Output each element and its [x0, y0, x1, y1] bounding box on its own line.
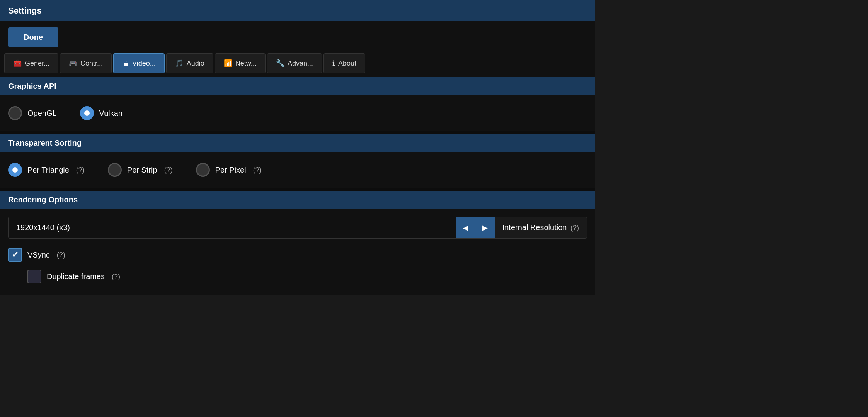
controls-icon: 🎮 — [69, 59, 77, 68]
radio-opengl[interactable]: OpenGL — [8, 106, 57, 120]
graphics-api-header: Graphics API — [0, 77, 595, 95]
resolution-next-button[interactable]: ▶ — [475, 217, 495, 238]
audio-icon: 🎵 — [175, 59, 184, 68]
tab-advanced-label: Advan... — [288, 59, 313, 68]
network-icon: 📶 — [224, 59, 232, 68]
window-title: Settings — [8, 6, 42, 15]
tab-video[interactable]: 🖥 Video... — [113, 53, 165, 73]
tab-controls[interactable]: 🎮 Contr... — [60, 53, 112, 73]
per-strip-help: (?) — [164, 166, 173, 174]
radio-per-triangle-label: Per Triangle — [27, 166, 69, 175]
tab-audio-label: Audio — [187, 59, 204, 68]
duplicate-frames-checkbox[interactable] — [27, 270, 41, 283]
rendering-options-header: Rendering Options — [0, 191, 595, 209]
main-content: Graphics API OpenGL Vulkan Transparent S… — [0, 77, 595, 295]
resolution-prev-button[interactable]: ◀ — [456, 217, 475, 238]
radio-per-pixel[interactable]: Per Pixel (?) — [196, 163, 262, 177]
vsync-row[interactable]: VSync (?) — [8, 244, 587, 266]
duplicate-frames-help: (?) — [112, 273, 120, 281]
radio-per-triangle[interactable]: Per Triangle (?) — [8, 163, 85, 177]
title-bar: Settings — [0, 0, 595, 21]
done-button[interactable]: Done — [8, 27, 58, 47]
tabs-bar: 🧰 Gener... 🎮 Contr... 🖥 Video... 🎵 Audio… — [0, 53, 595, 77]
radio-per-strip[interactable]: Per Strip (?) — [108, 163, 173, 177]
tab-network-label: Netw... — [235, 59, 257, 68]
radio-vulkan[interactable]: Vulkan — [80, 106, 123, 120]
transparent-sorting-options: Per Triangle (?) Per Strip (?) Per Pixel… — [8, 160, 587, 180]
tab-advanced[interactable]: 🔧 Advan... — [267, 53, 322, 73]
tab-about[interactable]: ℹ About — [323, 53, 365, 73]
internal-resolution-row: 1920x1440 (x3) ◀ ▶ Internal Resolution (… — [8, 217, 587, 239]
toolbar: Done — [0, 21, 595, 53]
transparent-sorting-title: Transparent Sorting — [8, 139, 82, 147]
vsync-help: (?) — [57, 251, 65, 259]
radio-per-strip-circle — [108, 163, 122, 177]
internal-resolution-label: Internal Resolution (?) — [495, 223, 587, 232]
radio-opengl-label: OpenGL — [27, 109, 57, 118]
radio-per-pixel-label: Per Pixel — [215, 166, 246, 175]
vsync-checkbox[interactable] — [8, 248, 22, 262]
vsync-label: VSync — [27, 251, 50, 259]
rendering-options-title: Rendering Options — [8, 195, 78, 204]
tab-general-label: Gener... — [25, 59, 49, 68]
radio-opengl-circle — [8, 106, 22, 120]
radio-per-triangle-circle — [8, 163, 22, 177]
rendering-options-content: 1920x1440 (x3) ◀ ▶ Internal Resolution (… — [0, 209, 595, 295]
tab-video-label: Video... — [132, 59, 156, 68]
tab-network[interactable]: 📶 Netw... — [215, 53, 266, 73]
about-icon: ℹ — [332, 59, 335, 68]
graphics-api-options: OpenGL Vulkan — [8, 103, 587, 123]
tab-audio[interactable]: 🎵 Audio — [166, 53, 213, 73]
duplicate-frames-label: Duplicate frames — [47, 272, 105, 281]
graphics-api-title: Graphics API — [8, 82, 56, 90]
radio-per-pixel-circle — [196, 163, 210, 177]
tab-general[interactable]: 🧰 Gener... — [4, 53, 58, 73]
transparent-sorting-content: Per Triangle (?) Per Strip (?) Per Pixel… — [0, 152, 595, 188]
tab-controls-label: Contr... — [80, 59, 103, 68]
duplicate-frames-row[interactable]: Duplicate frames (?) — [8, 266, 587, 287]
settings-window: Settings Done 🧰 Gener... 🎮 Contr... 🖥 Vi… — [0, 0, 595, 295]
graphics-api-content: OpenGL Vulkan — [0, 95, 595, 131]
radio-vulkan-circle — [80, 106, 94, 120]
general-icon: 🧰 — [13, 59, 22, 68]
per-triangle-help: (?) — [76, 166, 85, 174]
internal-resolution-help: (?) — [570, 224, 579, 232]
advanced-icon: 🔧 — [276, 59, 284, 68]
radio-per-strip-label: Per Strip — [127, 166, 157, 175]
radio-vulkan-label: Vulkan — [99, 109, 123, 118]
per-pixel-help: (?) — [253, 166, 262, 174]
resolution-value: 1920x1440 (x3) — [9, 217, 456, 238]
transparent-sorting-header: Transparent Sorting — [0, 134, 595, 152]
tab-about-label: About — [338, 59, 356, 68]
video-icon: 🖥 — [122, 59, 129, 68]
